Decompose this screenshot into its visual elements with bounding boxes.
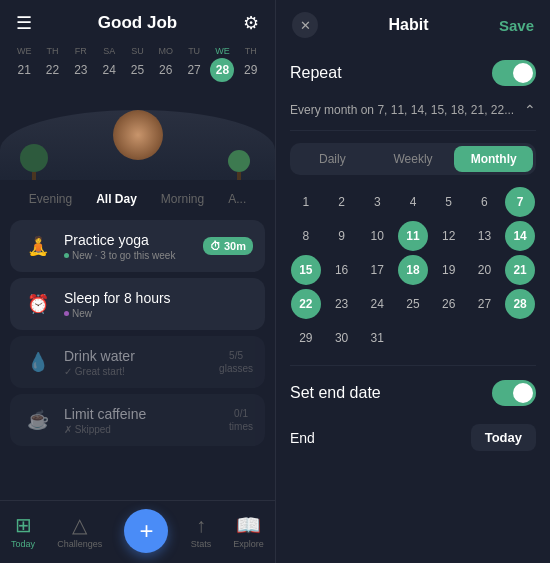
calendar-day[interactable]: WE21 — [10, 46, 38, 82]
end-date-toggle-knob — [513, 383, 533, 403]
month-cal-cell[interactable]: 5 — [434, 187, 464, 217]
month-cal-cell[interactable]: 30 — [327, 323, 357, 353]
toggle-knob — [513, 63, 533, 83]
month-cal-cell[interactable]: 1 — [291, 187, 321, 217]
month-cal-cell[interactable]: 8 — [291, 221, 321, 251]
month-cal-cell[interactable]: 25 — [398, 289, 428, 319]
left-header: ☰ Good Job ⚙ — [0, 0, 275, 42]
month-cal-cell[interactable]: 6 — [469, 187, 499, 217]
nav-explore[interactable]: 📖 Explore — [233, 513, 264, 549]
nav-today[interactable]: ⊞ Today — [11, 513, 35, 549]
add-habit-button[interactable]: + — [124, 509, 168, 553]
period-tab[interactable]: Monthly — [454, 146, 533, 172]
calendar-day[interactable]: TH22 — [38, 46, 66, 82]
month-cal-cell[interactable]: 14 — [505, 221, 535, 251]
habit-name: Sleep for 8 hours — [64, 290, 253, 306]
nav-today-label: Today — [11, 539, 35, 549]
illustration — [0, 90, 275, 180]
end-label: End — [290, 430, 315, 446]
end-date-section: Set end date End Today — [290, 365, 536, 459]
calendar-day[interactable]: MO26 — [152, 46, 180, 82]
bottom-nav: ⊞ Today △ Challenges + ↑ Stats 📖 Explore — [0, 500, 275, 563]
nav-challenges[interactable]: △ Challenges — [57, 513, 102, 549]
habit-icon: ☕ — [22, 404, 54, 436]
habit-timer: ⏱ 30m — [203, 237, 253, 255]
habit-item[interactable]: 💧 Drink water ✓ Great start! 5/5 glasses — [10, 336, 265, 388]
set-end-date-row: Set end date — [290, 370, 536, 416]
save-button[interactable]: Save — [499, 17, 534, 34]
month-cal-cell[interactable]: 23 — [327, 289, 357, 319]
habit-unit: times — [229, 421, 253, 432]
habit-item[interactable]: ⏰ Sleep for 8 hours New — [10, 278, 265, 330]
period-tab[interactable]: Daily — [293, 146, 372, 172]
stats-icon: ↑ — [196, 514, 206, 537]
month-cal-cell[interactable]: 3 — [362, 187, 392, 217]
month-cal-empty — [469, 323, 499, 353]
month-cal-cell[interactable]: 13 — [469, 221, 499, 251]
frequency-text: Every month on 7, 11, 14, 15, 18, 21, 22… — [290, 103, 524, 117]
month-cal-cell[interactable]: 15 — [291, 255, 321, 285]
calendar-day[interactable]: TU27 — [180, 46, 208, 82]
month-cal-cell[interactable]: 7 — [505, 187, 535, 217]
time-filter: EveningAll DayMorningA... — [0, 184, 275, 214]
month-cal-cell[interactable]: 17 — [362, 255, 392, 285]
month-cal-cell[interactable]: 20 — [469, 255, 499, 285]
habit-sub: ✗ Skipped — [64, 424, 219, 435]
month-cal-cell[interactable]: 28 — [505, 289, 535, 319]
habit-unit: glasses — [219, 363, 253, 374]
close-button[interactable]: ✕ — [292, 12, 318, 38]
month-cal-cell[interactable]: 2 — [327, 187, 357, 217]
calendar-day[interactable]: WE28 — [208, 46, 236, 82]
habit-info: Practice yoga New · 3 to go this week — [64, 232, 193, 261]
right-title: Habit — [388, 16, 428, 34]
month-cal-empty — [398, 323, 428, 353]
habit-info: Sleep for 8 hours New — [64, 290, 253, 319]
month-cal-cell[interactable]: 12 — [434, 221, 464, 251]
end-row: End Today — [290, 416, 536, 459]
month-cal-cell[interactable]: 11 — [398, 221, 428, 251]
explore-icon: 📖 — [236, 513, 261, 537]
habit-badge: 0/1 times — [229, 408, 253, 432]
repeat-toggle[interactable] — [492, 60, 536, 86]
menu-icon[interactable]: ☰ — [16, 12, 32, 34]
time-filter-item[interactable]: All Day — [92, 190, 141, 208]
month-cal-cell[interactable]: 18 — [398, 255, 428, 285]
habit-item[interactable]: 🧘 Practice yoga New · 3 to go this week … — [10, 220, 265, 272]
month-cal-cell[interactable]: 29 — [291, 323, 321, 353]
time-filter-item[interactable]: A... — [224, 190, 250, 208]
month-cal-cell[interactable]: 19 — [434, 255, 464, 285]
calendar-day[interactable]: FR23 — [67, 46, 95, 82]
month-cal-cell[interactable]: 4 — [398, 187, 428, 217]
habit-badge: 5/5 glasses — [219, 350, 253, 374]
month-cal-cell[interactable]: 24 — [362, 289, 392, 319]
time-filter-item[interactable]: Evening — [25, 190, 76, 208]
month-cal-cell[interactable]: 9 — [327, 221, 357, 251]
month-cal-cell[interactable]: 22 — [291, 289, 321, 319]
month-cal-cell[interactable]: 10 — [362, 221, 392, 251]
nav-challenges-label: Challenges — [57, 539, 102, 549]
nav-stats[interactable]: ↑ Stats — [191, 514, 212, 549]
habit-count: 0/1 — [234, 408, 248, 419]
month-cal-cell[interactable]: 16 — [327, 255, 357, 285]
habit-count: 5/5 — [229, 350, 243, 361]
month-cal-cell[interactable]: 21 — [505, 255, 535, 285]
period-tabs: DailyWeeklyMonthly — [290, 143, 536, 175]
end-date-toggle[interactable] — [492, 380, 536, 406]
period-tab[interactable]: Weekly — [374, 146, 453, 172]
month-cal-cell[interactable]: 27 — [469, 289, 499, 319]
habit-item[interactable]: ☕ Limit caffeine ✗ Skipped 0/1 times — [10, 394, 265, 446]
month-cal-cell[interactable]: 31 — [362, 323, 392, 353]
habit-badge: ⏱ 30m — [203, 237, 253, 255]
settings-icon[interactable]: ⚙ — [243, 12, 259, 34]
calendar-day[interactable]: SU25 — [123, 46, 151, 82]
habit-name: Drink water — [64, 348, 209, 364]
frequency-row: Every month on 7, 11, 14, 15, 18, 21, 22… — [290, 96, 536, 131]
time-filter-item[interactable]: Morning — [157, 190, 208, 208]
calendar-day[interactable]: SA24 — [95, 46, 123, 82]
left-panel: ☰ Good Job ⚙ WE21TH22FR23SA24SU25MO26TU2… — [0, 0, 275, 563]
chevron-up-icon[interactable]: ⌃ — [524, 102, 536, 118]
end-value[interactable]: Today — [471, 424, 536, 451]
calendar-day[interactable]: TH29 — [237, 46, 265, 82]
right-content: Repeat Every month on 7, 11, 14, 15, 18,… — [276, 50, 550, 563]
month-cal-cell[interactable]: 26 — [434, 289, 464, 319]
